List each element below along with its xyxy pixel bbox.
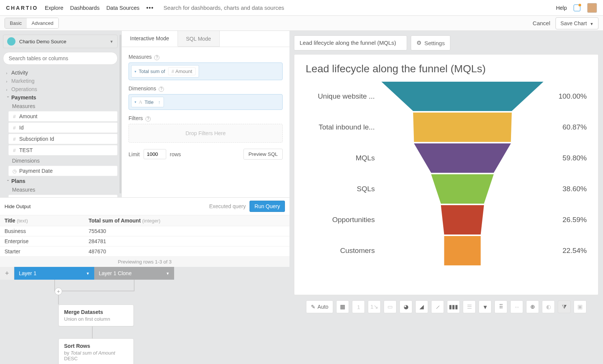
chart-type-area[interactable]: ◢ (415, 300, 428, 313)
funnel-stage-label: MQLs (306, 154, 381, 162)
pipeline-step-sort[interactable]: Sort Rows by Total sum of Amount DESC (58, 338, 134, 364)
funnel-stage-label: Customers (306, 247, 381, 255)
tree-field-amount[interactable]: #Amount (8, 111, 118, 122)
mode-basic[interactable]: Basic (5, 18, 27, 28)
help-link[interactable]: Help (556, 5, 567, 11)
schema-search-input[interactable] (3, 52, 118, 65)
tab-interactive-mode[interactable]: Interactive Mode (122, 31, 178, 47)
funnel-stage-value: 100.00% (543, 92, 587, 101)
chart-type-table[interactable]: ▦ (336, 300, 349, 313)
editor-toolbar: Basic Advanced Cancel Save Chart▼ (0, 16, 603, 31)
table-row[interactable]: Business755430 (0, 226, 289, 236)
preview-sql-button[interactable]: Preview SQL (243, 149, 283, 160)
chart-type-bubble[interactable]: ◦◦ (510, 300, 523, 313)
col-amount[interactable]: Total sum of Amount (integer) (84, 215, 289, 226)
mode-advanced[interactable]: Advanced (27, 18, 58, 28)
chart-type-gauge[interactable]: ◐ (542, 300, 555, 313)
chart-type-single[interactable]: 1 (352, 300, 365, 313)
layer-tab-2[interactable]: Layer 1 Clone▼ (94, 267, 174, 280)
notifications-icon[interactable] (574, 5, 580, 11)
chart-type-custom[interactable]: ▣ (574, 300, 586, 313)
sort-asc-icon[interactable]: ↑ (158, 99, 161, 105)
run-query-button[interactable]: Run Query (249, 201, 285, 212)
chart-type-filter[interactable]: ⧩ (558, 300, 571, 313)
datasource-icon (7, 37, 15, 46)
add-step-button[interactable]: + (55, 288, 62, 295)
chart-settings-button[interactable]: ⚙Settings (411, 35, 450, 50)
chart-type-bar-h[interactable]: ☰ (463, 300, 476, 313)
measures-dropzone[interactable]: ▾Total sum of# Amount (129, 62, 283, 80)
funnel-stage-shape (381, 113, 543, 142)
pipeline-step-merge[interactable]: Merge Datasets Union on first column (58, 305, 134, 326)
funnel-stage-label: SQLs (306, 185, 381, 193)
table-row[interactable]: Enterprise284781 (0, 236, 289, 247)
table-row[interactable]: Starter487670 (0, 247, 289, 257)
cancel-button[interactable]: Cancel (533, 20, 550, 26)
chart-type-single-pct[interactable]: 1↘ (368, 300, 381, 313)
tree-field-test[interactable]: #TEST (8, 145, 118, 155)
text-icon: A (139, 99, 142, 105)
tree-field-id[interactable]: #Id (8, 122, 118, 133)
user-avatar[interactable] (587, 3, 597, 13)
dimension-pill[interactable]: ▾ATitle↑ (131, 97, 164, 107)
limit-input[interactable] (144, 149, 166, 159)
chart-type-sparkbar[interactable]: ▭ (384, 300, 396, 313)
tree-field-cost[interactable]: #Cost (8, 195, 118, 197)
table-icon: ▦ (340, 303, 345, 310)
caret-down-icon: ▼ (110, 40, 113, 44)
number-trend-icon: 1↘ (370, 303, 378, 310)
chart-type-map[interactable]: ⊕ (526, 300, 539, 313)
filters-dropzone[interactable]: Drop Filters Here (129, 124, 283, 143)
funnel-type-icon: ▼ (482, 304, 488, 310)
tree-node-marketing[interactable]: ›Marketing (3, 77, 118, 85)
nav-data-sources[interactable]: Data Sources (106, 5, 139, 11)
col-title[interactable]: Title (text) (0, 215, 84, 226)
hide-output-link[interactable]: Hide Output (5, 204, 31, 209)
tab-sql-mode[interactable]: SQL Mode (178, 31, 220, 47)
add-layer-button[interactable]: + (0, 267, 14, 280)
help-icon[interactable]: ? (154, 55, 159, 60)
clock-icon: ◷ (12, 168, 17, 174)
funnel-stage-shape (381, 143, 543, 173)
filter-icon: ⧩ (562, 303, 567, 310)
pipeline-canvas[interactable]: + Layer 1▼ Layer 1 Clone▼ + Merge Datase… (0, 267, 289, 364)
save-chart-button[interactable]: Save Chart▼ (556, 17, 598, 29)
funnel-stage-shape (381, 205, 543, 235)
tree-node-operations[interactable]: ›Operations (3, 85, 118, 93)
tree-node-activity[interactable]: ›Activity (3, 69, 118, 77)
caret-down-icon: ▾ (135, 70, 136, 73)
funnel-stage-label: Opportunities (306, 216, 381, 224)
dimensions-dropzone[interactable]: ▾ATitle↑ (129, 94, 283, 110)
svg-marker-5 (444, 236, 481, 265)
svg-marker-2 (414, 143, 511, 173)
caret-down-icon: ▼ (590, 22, 594, 26)
datasource-select[interactable]: Chartio Demo Source ▼ (3, 35, 118, 48)
measure-pill[interactable]: ▾Total sum of# Amount (131, 65, 199, 78)
chart-title-input[interactable]: Lead lifecycle along the funnel (MQLs) (294, 35, 407, 50)
chart-type-scatter[interactable]: ⠿ (494, 300, 507, 313)
globe-icon: ⊕ (530, 303, 535, 310)
nav-more-icon[interactable]: ••• (146, 5, 154, 11)
nav-explore[interactable]: Explore (45, 5, 63, 11)
sparkbar-icon: ▭ (387, 303, 393, 310)
tree-field-subscription-id[interactable]: #Subscription Id (8, 134, 118, 144)
tree-field-payment-date[interactable]: ◷Payment Date (8, 166, 118, 176)
chart-type-bar[interactable]: ▮▮▮ (447, 300, 460, 313)
executed-status: Executed query (209, 203, 246, 209)
funnel-stage: Total inbound le...60.87% (306, 113, 587, 142)
help-icon[interactable]: ? (145, 116, 151, 122)
global-search-input[interactable] (164, 5, 333, 11)
help-icon[interactable]: ? (159, 87, 164, 92)
chart-type-auto[interactable]: ✎Auto (306, 300, 334, 313)
layer-tab-1[interactable]: Layer 1▼ (14, 267, 94, 280)
preview-count: Previewing rows 1-3 of 3 (0, 257, 289, 267)
tree-node-plans[interactable]: ›Plans (3, 177, 118, 185)
top-nav: CHARTIO Explore Dashboards Data Sources … (0, 0, 603, 16)
tree-node-payments[interactable]: ›Payments (3, 93, 118, 102)
dimensions-label: Dimensions ? (129, 85, 283, 92)
nav-dashboards[interactable]: Dashboards (70, 5, 99, 11)
chart-type-funnel[interactable]: ▼ (479, 300, 491, 313)
chart-type-line[interactable]: ⟋ (431, 300, 444, 313)
chart-type-pie[interactable]: ◕ (399, 300, 412, 313)
gauge-icon: ◐ (546, 303, 551, 310)
